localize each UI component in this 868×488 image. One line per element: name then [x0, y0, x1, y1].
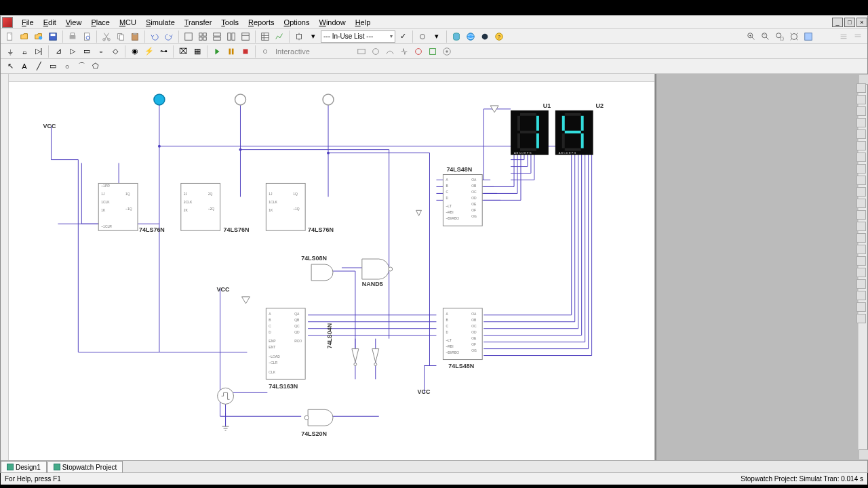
tab-stopwatch[interactable]: Stopwatch Project — [47, 461, 123, 472]
open-sample-icon[interactable] — [32, 30, 45, 43]
resistor-icon[interactable]: ⏛ — [18, 45, 31, 58]
instrument-icon-4[interactable] — [856, 118, 866, 127]
menu-view[interactable]: View — [61, 17, 87, 28]
misc-icon[interactable]: ◇ — [108, 45, 122, 58]
chip-74ls48n-1[interactable]: A B C D ~LT ~RBI ~BI/RBO OA OB OC OD OE … — [443, 166, 482, 226]
restore-button[interactable]: □ — [844, 18, 855, 27]
graph-icon[interactable] — [273, 30, 286, 43]
fullscreen-icon[interactable] — [182, 30, 195, 43]
instrument-icon-13[interactable] — [856, 222, 866, 231]
display-u1[interactable]: U1 A B C D E F G — [511, 102, 551, 155]
display-u2[interactable]: U2 A B C D E F G — [555, 102, 604, 155]
diode-icon[interactable]: ▷| — [32, 45, 45, 58]
opamp-icon[interactable]: ▷ — [66, 45, 79, 58]
instr-2-icon[interactable] — [369, 45, 382, 58]
instr-1-icon[interactable] — [355, 45, 368, 58]
paste-icon[interactable] — [128, 30, 142, 43]
cut-icon[interactable] — [100, 30, 113, 43]
zoom-sheet-icon[interactable] — [802, 30, 815, 43]
chip-74ls76n-3[interactable]: 1J 1CLK 1K 1Q ~1Q 74LS76N — [266, 183, 334, 233]
window-grid-icon[interactable] — [196, 30, 210, 43]
electromech-icon[interactable]: ⌧ — [176, 45, 190, 58]
probe-2[interactable] — [235, 94, 246, 105]
connector-icon[interactable]: ⊶ — [157, 45, 170, 58]
instrument-icon-7[interactable] — [856, 152, 866, 162]
gate-74ls08n[interactable]: 74LS08N — [301, 255, 333, 281]
minimize-button[interactable]: _ — [832, 18, 843, 27]
line-tool-icon[interactable]: ╱ — [32, 60, 45, 73]
window-rows-icon[interactable] — [210, 30, 224, 43]
combo-confirm-icon[interactable]: ✓ — [396, 30, 410, 43]
undo-icon[interactable] — [148, 30, 161, 43]
tab-design1[interactable]: Design1 — [1, 461, 47, 472]
instr-6-icon[interactable] — [426, 45, 439, 58]
rect-tool-icon[interactable]: ▭ — [46, 60, 60, 73]
pause-button[interactable] — [224, 45, 238, 58]
dropdown-icon[interactable]: ▾ — [307, 30, 320, 43]
instrument-icon-3[interactable] — [856, 106, 866, 116]
menu-options[interactable]: Options — [279, 17, 315, 28]
stop-button[interactable] — [239, 45, 252, 58]
instrument-icon-2[interactable] — [856, 95, 866, 104]
chip-74ls76n-1[interactable]: ~1PR 1J 1CLK 1K ~1CLR 1Q ~1Q 74LS76N — [98, 183, 165, 233]
menu-help[interactable]: Help — [351, 17, 376, 28]
probe-3[interactable] — [323, 94, 334, 105]
sim-settings-icon[interactable] — [416, 30, 429, 43]
cmos-icon[interactable]: ▫ — [94, 45, 108, 58]
instrument-icon-5[interactable] — [856, 129, 866, 139]
zoom-fit-icon[interactable] — [787, 30, 801, 43]
indicator-icon[interactable]: ◉ — [128, 45, 142, 58]
spreadsheet-icon[interactable] — [258, 30, 272, 43]
open-icon[interactable] — [18, 30, 31, 43]
instrument-icon-16[interactable] — [856, 256, 866, 266]
poly-tool-icon[interactable]: ⬠ — [89, 60, 102, 73]
instr-7-icon[interactable] — [440, 45, 454, 58]
arc-tool-icon[interactable]: ⌒ — [75, 60, 88, 73]
instr-5-icon[interactable] — [412, 45, 425, 58]
place-comp-icon[interactable] — [292, 30, 306, 43]
zoom-in-icon[interactable]: + — [745, 30, 758, 43]
instr-4-icon[interactable] — [397, 45, 411, 58]
instrument-icon-19[interactable] — [856, 291, 866, 300]
window-v-icon[interactable] — [224, 30, 238, 43]
menu-edit[interactable]: Edit — [39, 17, 61, 28]
menu-tools[interactable]: Tools — [216, 17, 243, 28]
side-panel[interactable] — [655, 74, 867, 460]
menu-window[interactable]: Window — [314, 17, 350, 28]
chip-74ls163n[interactable]: A B C D ENP ENT ~LOAD ~CLR CLK QA QB QC … — [266, 308, 305, 390]
gate-inverter-2[interactable] — [372, 349, 379, 366]
menu-transfer[interactable]: Transfer — [180, 17, 217, 28]
instrument-icon-17[interactable] — [856, 268, 866, 277]
instrument-icon-9[interactable] — [856, 176, 866, 185]
clock-source[interactable] — [218, 388, 234, 404]
menu-simulate[interactable]: Simulate — [141, 17, 180, 28]
instrument-icon-11[interactable] — [856, 199, 866, 208]
ic-icon[interactable]: ▭ — [80, 45, 94, 58]
chip-74ls48n-2[interactable]: A B C D ~LT ~RBI ~BI/RBO OA OB OC OD OE … — [443, 308, 482, 370]
menu-place[interactable]: Place — [86, 17, 115, 28]
text-tool-icon[interactable]: A — [18, 60, 31, 73]
print-preview-icon[interactable] — [80, 30, 94, 43]
gate-74ls20n[interactable]: 74LS20N — [301, 409, 333, 437]
gate-inverter-1[interactable] — [352, 349, 359, 366]
instr-3-icon[interactable] — [383, 45, 397, 58]
gate-nand5[interactable]: NAND5 — [362, 259, 393, 287]
inuse-list-combo[interactable]: --- In-Use List --- — [321, 30, 395, 43]
interactive-toggle-icon[interactable] — [258, 45, 272, 58]
instrument-icon-1[interactable] — [856, 83, 866, 93]
save-icon[interactable] — [46, 30, 60, 43]
print-icon[interactable] — [66, 30, 79, 43]
instrument-icon-12[interactable] — [856, 210, 866, 220]
ground-icon[interactable]: ⏚ — [3, 45, 17, 58]
dark-icon[interactable] — [478, 30, 492, 43]
menu-reports[interactable]: Reports — [243, 17, 279, 28]
ni-icon[interactable]: ▦ — [191, 45, 204, 58]
toolbar-opt2-icon[interactable] — [851, 30, 865, 43]
close-button[interactable]: × — [856, 18, 867, 27]
menu-mcu[interactable]: MCU — [115, 17, 141, 28]
help-icon[interactable]: ? — [492, 30, 506, 43]
chip-74ls76n-2[interactable]: 2J 2CLK 2K 2Q ~2Q 74LS76N — [181, 183, 250, 233]
instrument-icon-20[interactable] — [856, 302, 866, 312]
instrument-icon-18[interactable] — [856, 279, 866, 289]
instrument-icon-14[interactable] — [856, 233, 866, 243]
